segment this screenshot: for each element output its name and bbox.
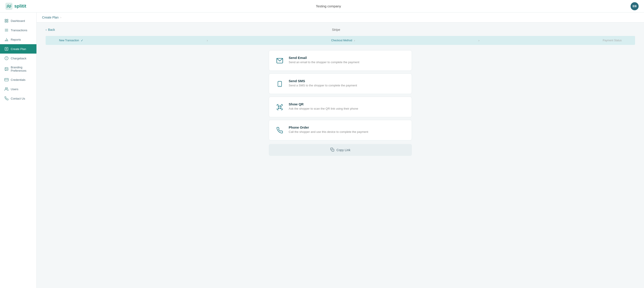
svg-rect-27 xyxy=(280,106,281,107)
company-name: Testing company xyxy=(316,4,341,8)
breadcrumb-label: Create Plan xyxy=(42,16,58,19)
sidebar-label-branding: Branding Preferences xyxy=(11,66,32,72)
method-cards-container: Send Email Send an email to the shopper … xyxy=(269,50,412,141)
sidebar-item-contact[interactable]: Contact Us xyxy=(0,94,36,103)
back-label: Back xyxy=(48,28,55,31)
sidebar-label-transactions: Transactions xyxy=(11,29,27,32)
sidebar-item-reports[interactable]: Reports xyxy=(0,35,36,44)
progress-step-payment-status: Payment Status xyxy=(603,39,622,42)
method-card-send-sms[interactable]: Send SMS Send a SMS to the shopper to co… xyxy=(269,73,412,94)
inner-content: ‹ Back Stripe New Transaction ✓ › Checko… xyxy=(37,22,644,161)
back-button[interactable]: ‹ Back xyxy=(46,28,55,31)
image-icon xyxy=(4,67,8,71)
svg-rect-28 xyxy=(278,108,279,109)
logo[interactable]: splitit xyxy=(5,3,26,10)
main-content: Create Plan › ‹ Back Stripe New Transact… xyxy=(37,12,644,288)
method-title-send-sms: Send SMS xyxy=(289,79,406,83)
sidebar-item-chargeback[interactable]: Chargeback xyxy=(0,54,36,63)
method-desc-phone-order: Call the shopper and use this device to … xyxy=(289,130,406,134)
sidebar-item-branding[interactable]: Branding Preferences xyxy=(0,63,36,75)
progress-divider-2: › xyxy=(478,39,480,42)
sidebar-label-reports: Reports xyxy=(11,38,21,41)
svg-rect-0 xyxy=(5,3,12,10)
sidebar-label-chargeback: Chargeback xyxy=(11,57,26,60)
progress-step-new-transaction: New Transaction ✓ xyxy=(59,39,84,42)
breadcrumb-arrow: › xyxy=(60,16,61,19)
users-icon xyxy=(4,87,8,91)
progress-check-icon: ✓ xyxy=(81,39,84,42)
grid-icon xyxy=(4,19,8,23)
sidebar-item-transactions[interactable]: Transactions xyxy=(0,25,36,35)
svg-rect-4 xyxy=(7,21,8,22)
progress-bar: New Transaction ✓ › Checkout Method › › … xyxy=(46,36,635,45)
progress-label-payment-status: Payment Status xyxy=(603,39,622,42)
sidebar-label-credentials: Credentials xyxy=(11,78,26,82)
sidebar-label-dashboard: Dashboard xyxy=(11,19,25,22)
svg-rect-30 xyxy=(332,149,334,151)
breadcrumb: Create Plan › xyxy=(37,12,644,22)
progress-label-new-transaction: New Transaction xyxy=(59,39,79,42)
progress-checkout-arrow: › xyxy=(354,39,355,42)
svg-rect-1 xyxy=(5,19,6,20)
stripe-label: Stripe xyxy=(332,28,340,31)
svg-rect-20 xyxy=(5,78,8,81)
copy-icon xyxy=(330,147,334,152)
top-header: splitit Testing company EB xyxy=(0,0,644,12)
logo-text: splitit xyxy=(14,3,26,9)
svg-rect-3 xyxy=(5,21,6,22)
list-icon xyxy=(4,28,8,32)
method-info-send-sms: Send SMS Send a SMS to the shopper to co… xyxy=(289,79,406,87)
alert-icon xyxy=(4,56,8,60)
svg-rect-29 xyxy=(280,108,281,109)
method-desc-send-email: Send an email to the shopper to complete… xyxy=(289,60,406,64)
method-desc-send-sms: Send a SMS to the shopper to complete th… xyxy=(289,84,406,87)
phone-icon xyxy=(4,96,8,101)
method-info-show-qr: Show QR Ask the shopper to scan the QR l… xyxy=(289,102,406,110)
email-icon xyxy=(275,56,284,65)
sidebar-item-credentials[interactable]: Credentials xyxy=(0,75,36,84)
copy-link-section: Copy Link xyxy=(269,144,412,156)
method-title-phone-order: Phone Order xyxy=(289,126,406,129)
svg-point-22 xyxy=(5,88,7,89)
method-info-send-email: Send Email Send an email to the shopper … xyxy=(289,56,406,64)
method-card-show-qr[interactable]: Show QR Ask the shopper to scan the QR l… xyxy=(269,97,412,117)
sidebar-label-users: Users xyxy=(11,88,18,91)
copy-link-button[interactable]: Copy Link xyxy=(269,144,412,156)
method-title-show-qr: Show QR xyxy=(289,102,406,106)
sidebar: Dashboard Transactions Reports xyxy=(0,12,37,288)
sms-icon xyxy=(275,79,284,88)
method-info-phone-order: Phone Order Call the shopper and use thi… xyxy=(289,126,406,134)
app-body: Dashboard Transactions Reports xyxy=(0,12,644,288)
method-title-send-email: Send Email xyxy=(289,56,406,60)
progress-divider-1: › xyxy=(207,39,208,42)
svg-point-19 xyxy=(6,68,6,69)
sidebar-item-create-plan[interactable]: Create Plan xyxy=(0,44,36,54)
back-bar: ‹ Back Stripe xyxy=(46,28,635,31)
method-card-send-email[interactable]: Send Email Send an email to the shopper … xyxy=(269,50,412,71)
method-desc-show-qr: Ask the shopper to scan the QR link usin… xyxy=(289,107,406,110)
progress-label-checkout-method: Checkout Method xyxy=(331,39,352,42)
sidebar-label-create-plan: Create Plan xyxy=(11,47,26,51)
svg-rect-26 xyxy=(278,106,279,107)
svg-rect-24 xyxy=(278,81,282,86)
sidebar-item-dashboard[interactable]: Dashboard xyxy=(0,16,36,25)
svg-rect-2 xyxy=(7,19,8,20)
back-arrow: ‹ xyxy=(46,28,47,31)
method-card-phone-order[interactable]: Phone Order Call the shopper and use thi… xyxy=(269,120,412,141)
plus-square-icon xyxy=(4,47,8,51)
sidebar-label-contact: Contact Us xyxy=(11,97,25,100)
qr-icon xyxy=(275,103,284,112)
phone-order-icon xyxy=(275,126,284,135)
bar-chart-icon xyxy=(4,37,8,41)
sidebar-item-users[interactable]: Users xyxy=(0,84,36,94)
credit-card-icon xyxy=(4,78,8,82)
avatar[interactable]: EB xyxy=(630,2,639,10)
copy-link-label: Copy Link xyxy=(336,148,350,152)
progress-step-checkout-method: Checkout Method › xyxy=(331,39,355,42)
